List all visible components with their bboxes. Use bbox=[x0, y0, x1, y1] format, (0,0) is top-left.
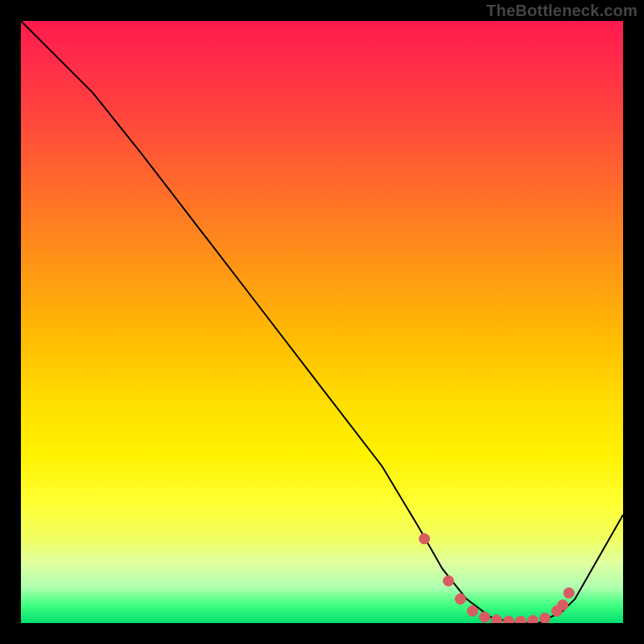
curve-marker bbox=[419, 534, 430, 544]
curve-marker bbox=[480, 612, 490, 622]
curve-marker bbox=[539, 613, 550, 624]
marker-group bbox=[419, 534, 575, 623]
chart-svg bbox=[21, 21, 623, 623]
curve-marker bbox=[527, 616, 538, 624]
attribution-text: TheBottleneck.com bbox=[486, 2, 638, 20]
curve-marker bbox=[491, 615, 502, 623]
curve-marker bbox=[558, 600, 568, 610]
bottleneck-curve bbox=[21, 21, 623, 623]
plot-area bbox=[21, 21, 623, 623]
curve-marker bbox=[564, 588, 574, 598]
curve-marker bbox=[444, 576, 454, 586]
curve-marker bbox=[503, 616, 514, 623]
curve-marker bbox=[456, 594, 466, 605]
curve-marker bbox=[515, 616, 526, 623]
curve-marker bbox=[468, 606, 478, 617]
chart-stage: TheBottleneck.com bbox=[0, 0, 644, 644]
